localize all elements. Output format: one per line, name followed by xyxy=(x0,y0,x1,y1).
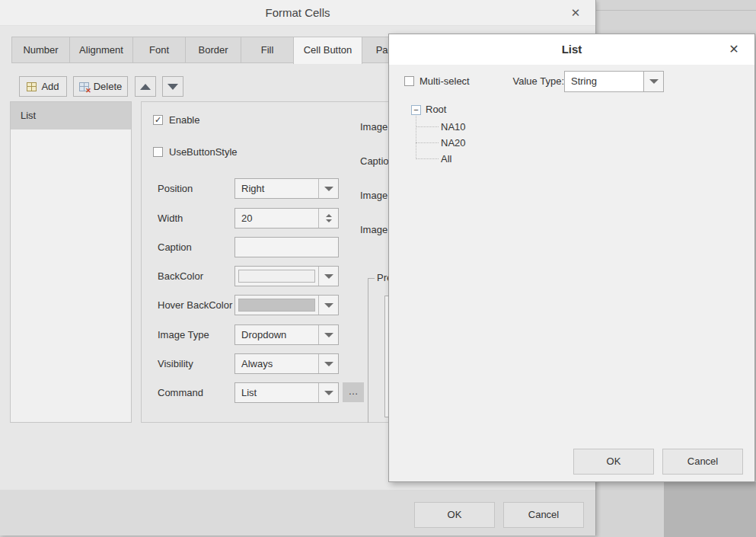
caption-input[interactable] xyxy=(234,237,339,257)
tree-collapse-icon[interactable]: − xyxy=(411,105,421,115)
value-type-combobox[interactable]: String xyxy=(564,71,664,92)
list-item[interactable]: List xyxy=(11,102,131,129)
command-ellipsis-button[interactable]: … xyxy=(343,382,364,402)
backcolor-label: BackColor xyxy=(158,266,203,286)
add-grid-icon xyxy=(27,82,37,91)
background-divider-line xyxy=(596,10,756,11)
width-label: Width xyxy=(158,208,183,229)
dropdown-arrow-icon[interactable] xyxy=(318,325,338,344)
list-dialog-titlebar[interactable]: List xyxy=(389,34,754,65)
width-spinner[interactable]: 20 xyxy=(234,208,339,229)
visibility-label: Visibility xyxy=(158,353,193,374)
tab-fill[interactable]: Fill xyxy=(241,37,294,63)
tab-font[interactable]: Font xyxy=(132,37,186,63)
use-button-style-checkbox[interactable] xyxy=(153,147,163,157)
visibility-value: Always xyxy=(235,354,318,373)
backcolor-swatch xyxy=(238,270,315,283)
tree-connector-stub xyxy=(416,142,439,143)
ok-button[interactable]: OK xyxy=(414,502,495,528)
multi-select-label: Multi-select xyxy=(419,74,470,89)
hover-backcolor-label: Hover BackColor xyxy=(158,295,232,315)
list-dialog-title: List xyxy=(389,34,754,65)
button-list-panel: List xyxy=(10,101,132,423)
position-label: Position xyxy=(158,178,193,199)
width-value: 20 xyxy=(235,209,318,228)
dropdown-arrow-icon[interactable] xyxy=(318,354,338,373)
check-icon: ✓ xyxy=(155,115,161,124)
spinner-buttons[interactable] xyxy=(318,209,338,228)
format-cells-close-icon[interactable]: ✕ xyxy=(568,6,583,20)
command-value: List xyxy=(235,383,318,402)
list-ok-button[interactable]: OK xyxy=(573,449,654,475)
dropdown-arrow-icon[interactable] xyxy=(318,383,338,402)
use-button-style-label: UseButtonStyle xyxy=(169,146,238,158)
enable-label: Enable xyxy=(169,114,199,126)
value-type-value: String xyxy=(565,72,643,91)
tree-node-na20[interactable]: NA20 xyxy=(441,135,466,151)
move-up-button[interactable] xyxy=(135,76,156,97)
down-arrow-icon xyxy=(167,84,178,90)
image-type-value: Dropdown xyxy=(235,325,318,344)
tab-number[interactable]: Number xyxy=(11,37,70,63)
add-button-label: Add xyxy=(41,81,59,92)
dropdown-arrow-icon[interactable] xyxy=(318,267,338,286)
tree-connector-line xyxy=(416,116,416,159)
add-button[interactable]: Add xyxy=(19,76,67,97)
value-type-label: Value Type: xyxy=(507,74,564,89)
position-value: Right xyxy=(235,179,318,198)
screen: Format Cells ✕ Number Alignment Font Bor… xyxy=(0,0,756,537)
tree-node-root[interactable]: Root xyxy=(426,102,446,117)
list-dialog: List ✕ Multi-select Value Type: String −… xyxy=(388,34,755,482)
tree-node-na10[interactable]: NA10 xyxy=(441,119,466,135)
image-type-label: Image Type xyxy=(158,324,209,345)
backcolor-combobox[interactable] xyxy=(234,266,339,286)
tab-border[interactable]: Border xyxy=(185,37,241,63)
hover-backcolor-combobox[interactable] xyxy=(234,295,339,315)
multi-select-checkbox[interactable] xyxy=(404,76,414,86)
delete-button[interactable]: ✕ Delete xyxy=(73,76,128,97)
command-combobox[interactable]: List xyxy=(234,382,339,403)
tab-alignment[interactable]: Alignment xyxy=(69,37,133,63)
tree-connector-stub xyxy=(416,126,439,127)
format-cells-titlebar[interactable]: Format Cells xyxy=(0,0,595,26)
delete-grid-icon: ✕ xyxy=(79,82,89,91)
list-cancel-button[interactable]: Cancel xyxy=(662,449,743,475)
tree-connector-stub xyxy=(416,158,439,159)
caption-label: Caption xyxy=(158,237,192,257)
background-dark-panel xyxy=(664,482,756,537)
command-label: Command xyxy=(158,382,203,403)
move-down-button[interactable] xyxy=(162,76,183,97)
visibility-combobox[interactable]: Always xyxy=(234,353,339,374)
dropdown-arrow-icon[interactable] xyxy=(318,179,338,198)
enable-checkbox[interactable]: ✓ xyxy=(153,115,163,125)
list-dialog-close-icon[interactable]: ✕ xyxy=(726,43,742,56)
dropdown-arrow-icon[interactable] xyxy=(318,296,338,315)
hover-backcolor-swatch xyxy=(238,299,315,312)
tab-cell-button[interactable]: Cell Button xyxy=(293,37,362,64)
image-type-combobox[interactable]: Dropdown xyxy=(234,324,339,345)
spin-up-icon xyxy=(326,214,332,217)
position-combobox[interactable]: Right xyxy=(234,178,339,199)
delete-button-label: Delete xyxy=(94,81,123,92)
tree-node-all[interactable]: All xyxy=(441,151,451,167)
up-arrow-icon xyxy=(140,84,151,90)
cancel-button[interactable]: Cancel xyxy=(503,502,584,528)
format-cells-footer: OK Cancel xyxy=(0,490,595,535)
format-cells-title: Format Cells xyxy=(0,0,595,26)
spin-down-icon xyxy=(326,219,332,222)
dropdown-arrow-icon[interactable] xyxy=(643,72,663,91)
